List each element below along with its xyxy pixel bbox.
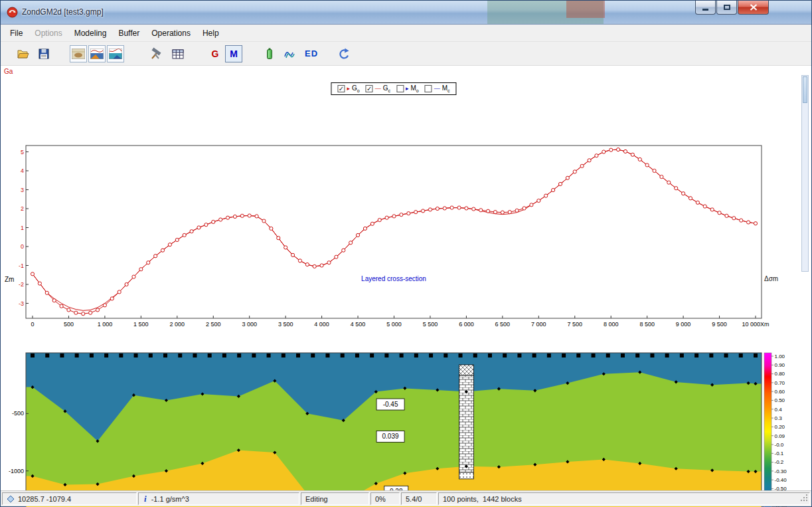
- legend-item-mc[interactable]: —Mc: [425, 84, 450, 93]
- cross-section-chart[interactable]: -0.450.0390.28-500-1000-1500010002000300…: [1, 340, 812, 507]
- legend-item-go[interactable]: ✓▸Go: [337, 84, 359, 93]
- section-layers: -0.450.0390.28: [26, 353, 762, 507]
- waves-icon: [283, 47, 296, 60]
- mode-label: Editing: [305, 495, 328, 503]
- legend-series-glyph: ▸: [406, 86, 409, 92]
- menu-operations[interactable]: Operations: [145, 26, 197, 41]
- gravity-ytick: 4: [21, 167, 24, 174]
- graph-view-button[interactable]: [88, 45, 106, 62]
- svg-text:0.20: 0.20: [775, 424, 785, 430]
- menu-file[interactable]: File: [4, 26, 29, 41]
- gravity-xtick: 2 000: [170, 321, 185, 328]
- legend-series-glyph: —: [375, 86, 381, 92]
- svg-text:0.3: 0.3: [775, 415, 783, 421]
- ed-button[interactable]: ED: [301, 45, 322, 62]
- gravity-xtick: 1 000: [98, 321, 113, 328]
- gravity-xtick: 7 000: [531, 321, 546, 328]
- colorbar-labels: 1.000.900.800.700.600.500.40.30.200.09-0…: [771, 354, 787, 507]
- titlebar[interactable]: ZondGM2d [test3.gmp]: [1, 1, 811, 25]
- gravity-xtick: 3 500: [278, 321, 293, 328]
- menubar: FileOptionsModelingBufferOperationsHelp: [1, 25, 811, 42]
- model-counts: 100 points, 1442 blocks: [443, 495, 522, 503]
- magnetic-m-icon: M: [230, 49, 238, 59]
- legend-checkbox-go[interactable]: ✓: [337, 85, 345, 92]
- density-value: -1.1 g/sm^3: [151, 495, 189, 503]
- gravity-ytick: 1: [21, 225, 24, 231]
- table-grid-icon: [171, 48, 185, 60]
- toolbar: G M ED: [1, 42, 811, 66]
- svg-text:-0.30: -0.30: [775, 468, 787, 474]
- depth-tick: -1000: [9, 468, 24, 474]
- window-title: ZondGM2d [test3.gmp]: [22, 7, 104, 17]
- gravity-xtick: 9 000: [676, 321, 691, 328]
- model-view-button[interactable]: [70, 45, 87, 62]
- gravity-xtick: 8 500: [639, 321, 655, 328]
- model-view-icon: [72, 49, 85, 59]
- resize-grip[interactable]: [799, 493, 809, 504]
- gravity-ytick: -1: [19, 262, 24, 269]
- gravity-xtick: 2 500: [206, 321, 221, 328]
- section-axis-label: Zm: [5, 276, 14, 283]
- maximize-button[interactable]: [716, 1, 737, 15]
- waves-tool-button[interactable]: [281, 45, 298, 62]
- gravity-xtick: 9 500: [712, 321, 727, 328]
- gravity-ytick: 5: [21, 149, 24, 155]
- svg-text:0.4: 0.4: [775, 407, 783, 413]
- legend-label: Go: [352, 84, 360, 93]
- gravity-axis-label: Ga: [4, 68, 13, 75]
- svg-text:-0.2: -0.2: [775, 459, 784, 465]
- cell-tool-button[interactable]: [261, 45, 278, 62]
- tools-button[interactable]: [147, 45, 164, 62]
- legend-item-gc[interactable]: ✓—Gc: [366, 84, 390, 93]
- borehole-column[interactable]: [459, 365, 474, 479]
- menu-buffer[interactable]: Buffer: [112, 26, 145, 41]
- legend-item-mo[interactable]: ▸Mo: [396, 84, 419, 93]
- undo-button[interactable]: [335, 45, 353, 62]
- section-view-icon: [109, 49, 122, 59]
- misfit-value: 5.4/0: [406, 495, 422, 503]
- menu-modeling[interactable]: Modeling: [68, 26, 113, 41]
- density-label[interactable]: -0.45: [376, 399, 404, 410]
- gravity-xtick: 500: [64, 321, 74, 328]
- close-button[interactable]: [738, 1, 769, 15]
- gravity-chart[interactable]: -3-2-101234505001 0001 5002 0002 5003 00…: [1, 131, 812, 340]
- magnetic-mode-button[interactable]: M: [225, 45, 242, 62]
- table-button[interactable]: [169, 45, 187, 62]
- graph-view-icon: [90, 49, 104, 59]
- close-icon: [750, 4, 758, 11]
- gravity-g-icon: G: [212, 49, 219, 59]
- section-title: Layered cross-section: [361, 275, 426, 282]
- chart-vertical-scrollbar[interactable]: [801, 75, 809, 272]
- depth-tick: -500: [12, 410, 24, 417]
- section-view-button[interactable]: [107, 45, 124, 62]
- open-button[interactable]: [14, 45, 31, 62]
- menu-options[interactable]: Options: [29, 26, 68, 41]
- app-icon: [7, 7, 18, 18]
- gravity-xtick: 3 000: [242, 321, 257, 328]
- svg-text:-0.40: -0.40: [775, 477, 787, 483]
- density-label[interactable]: 0.039: [376, 431, 404, 442]
- progress-value: 0%: [375, 495, 386, 503]
- cursor-coordinates: 10285.7 -1079.4: [18, 495, 71, 503]
- minimize-button[interactable]: [695, 1, 716, 15]
- scrollbar-thumb[interactable]: [803, 76, 807, 103]
- legend-label: Mc: [442, 84, 450, 93]
- gravity-xtick: 5 500: [423, 321, 438, 328]
- save-floppy-icon: [37, 47, 50, 60]
- legend-checkbox-mo[interactable]: [396, 85, 404, 92]
- legend-checkbox-mc[interactable]: [425, 85, 432, 92]
- gravity-ytick: 3: [21, 187, 24, 193]
- statusbar-mode-panel: Editing: [301, 492, 369, 505]
- gravity-xtick: 6 500: [495, 321, 511, 328]
- menu-help[interactable]: Help: [197, 26, 225, 41]
- statusbar-density-panel: i -1.1 g/sm^3: [138, 492, 299, 505]
- save-button[interactable]: [35, 45, 52, 62]
- gravity-xtick: 10 000Xm: [742, 321, 769, 328]
- legend-checkbox-gc[interactable]: ✓: [366, 85, 373, 92]
- svg-text:0.60: 0.60: [775, 389, 785, 395]
- svg-text:0.50: 0.50: [775, 397, 785, 403]
- undo-arrow-icon: [337, 47, 351, 60]
- info-icon[interactable]: i: [143, 494, 148, 504]
- colorbar-gradient[interactable]: [764, 353, 771, 507]
- gravity-mode-button[interactable]: G: [206, 45, 224, 62]
